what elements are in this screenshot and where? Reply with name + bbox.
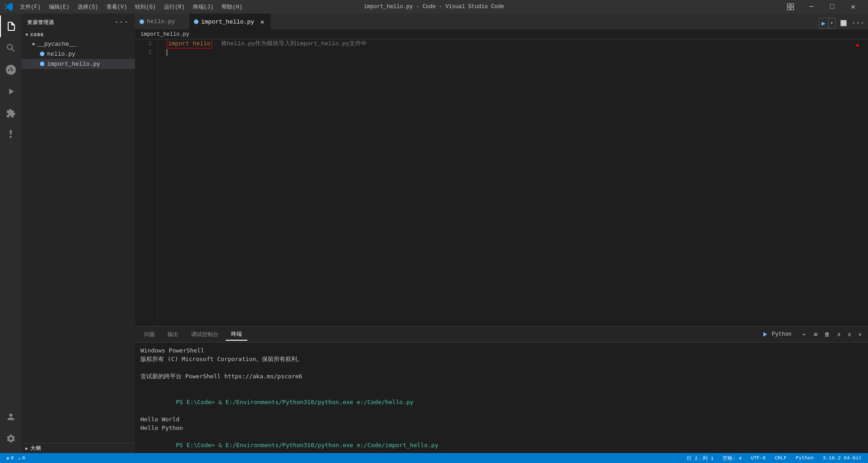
menu-terminal[interactable]: 终端(J) (189, 2, 217, 12)
tab-close-icon[interactable]: ✕ (259, 18, 266, 25)
activity-search-icon[interactable] (0, 37, 22, 59)
outline-title[interactable]: ▶ 大纲 (22, 444, 135, 453)
chevron-down-icon: ▼ (25, 33, 29, 38)
main-container: 资源管理器 ··· ▼ CODE ▶ __pycache__ hello.py … (0, 14, 868, 453)
chevron-right-icon: ▶ (33, 41, 35, 47)
editor-area: hello.py import_hello.py ✕ ▶ ▾ ··· i (135, 14, 868, 453)
svg-rect-2 (787, 7, 790, 10)
sidebar-more-icon[interactable]: ··· (113, 17, 130, 27)
tab-output[interactable]: 输出 (162, 329, 184, 340)
title-bar-left: 文件(F) 编辑(E) 选择(S) 查看(V) 转到(G) 运行(R) 终端(J… (5, 2, 246, 12)
terminal-panel: 问题 输出 调试控制台 终端 Python ＋ ⊞ 🗑 ∧ ∧ ✕ (135, 326, 868, 453)
terminal-collapse-icon[interactable]: ∧ (834, 330, 843, 339)
menu-help[interactable]: 帮助(H) (218, 2, 246, 12)
menu-goto[interactable]: 转到(G) (131, 2, 159, 12)
run-dropdown-arrow-icon[interactable]: ▾ (829, 19, 835, 27)
sidebar-header-icons[interactable]: ··· (113, 17, 130, 27)
tab-terminal[interactable]: 终端 (226, 328, 247, 341)
tab-import-hello-py[interactable]: import_hello.py ✕ (189, 14, 271, 29)
status-bar-left: ⊗ 0 ⚠ 0 (5, 453, 27, 463)
more-actions-icon[interactable]: ··· (852, 17, 864, 29)
tabs-bar: hello.py import_hello.py ✕ ▶ ▾ ··· (135, 14, 868, 29)
terminal-line-hello-python: Hello Python (140, 424, 863, 432)
status-errors[interactable]: ⊗ 0 ⚠ 0 (5, 453, 27, 463)
svg-rect-3 (791, 7, 794, 10)
terminal-close-icon[interactable]: ✕ (856, 330, 864, 339)
activity-settings-icon[interactable] (0, 428, 22, 449)
status-encoding[interactable]: UTF-8 (749, 453, 767, 463)
terminal-tabs-bar: 问题 输出 调试控制台 终端 Python ＋ ⊞ 🗑 ∧ ∧ ✕ (135, 327, 868, 342)
status-line-ending[interactable]: CRLF (773, 453, 788, 463)
menu-file[interactable]: 文件(F) (16, 2, 44, 12)
tab-hello-py[interactable]: hello.py (135, 14, 189, 29)
terminal-prompt: PS E:\Code> & E:/Environments/Python310/… (176, 399, 413, 405)
breadcrumb: import_hello.py (135, 29, 868, 39)
status-bar: ⊗ 0 ⚠ 0 行 2，列 1 空格: 4 UTF-8 CRLF Python … (0, 453, 868, 463)
code-comment: 将hello.py作为模块导入到import_hello.py文件中 (221, 39, 367, 48)
split-editor-icon[interactable] (837, 17, 850, 29)
status-python-version[interactable]: 3.10.2 64-bit (821, 453, 863, 463)
menu-bar[interactable]: 文件(F) 编辑(E) 选择(S) 查看(V) 转到(G) 运行(R) 终端(J… (16, 2, 246, 12)
file-dot-icon (40, 52, 44, 56)
warning-icon: ⚠ (18, 455, 21, 461)
terminal-line-prompt-1: PS E:\Code> & E:/Environments/Python310/… (140, 389, 863, 415)
terminal-maximize-icon[interactable]: ∧ (845, 330, 854, 339)
folder-item-label: __pycache__ (37, 41, 76, 48)
terminal-delete-icon[interactable]: 🗑 (822, 330, 833, 339)
activity-run-icon[interactable] (0, 81, 22, 102)
window-title: import_hello.py - Code - Visual Studio C… (364, 4, 504, 10)
menu-edit[interactable]: 编辑(E) (45, 2, 73, 12)
tab-label: hello.py (147, 18, 175, 25)
pycache-folder[interactable]: ▶ __pycache__ (22, 39, 135, 49)
line-number-1: 1 (135, 39, 152, 48)
run-play-icon[interactable]: ▶ (819, 19, 829, 28)
hello-py-file[interactable]: hello.py (22, 49, 135, 59)
outline-label: 大纲 (30, 445, 41, 452)
terminal-line: 尝试新的跨平台 PowerShell https://aka.ms/pscore… (140, 372, 863, 381)
menu-run[interactable]: 运行(R) (160, 2, 188, 12)
activity-account-icon[interactable] (0, 406, 22, 428)
run-dropdown-button[interactable]: ▶ ▾ (819, 18, 835, 29)
file-item-label: hello.py (47, 51, 75, 58)
layout-button[interactable] (780, 0, 801, 14)
vscode-logo-icon (5, 3, 13, 11)
activity-explorer-icon[interactable] (0, 15, 22, 37)
terminal-add-icon[interactable]: ＋ (799, 330, 810, 339)
status-spaces[interactable]: 空格: 4 (721, 453, 743, 463)
line-number-2: 2 (135, 48, 152, 57)
warning-count: 0 (22, 455, 25, 461)
terminal-prompt: PS E:\Code> & E:/Environments/Python310/… (176, 442, 438, 449)
file-dot-icon (194, 19, 198, 24)
tab-problems[interactable]: 问题 (139, 329, 160, 340)
close-button[interactable]: ✕ (843, 0, 863, 14)
activity-extensions-icon[interactable] (0, 102, 22, 124)
tab-debug-console[interactable]: 调试控制台 (186, 329, 224, 340)
code-content[interactable]: import hello 将hello.py作为模块导入到import_hell… (158, 39, 832, 326)
terminal-content[interactable]: Windows PowerShell 版权所有 (C) Microsoft Co… (135, 342, 868, 453)
activity-test-icon[interactable] (0, 124, 22, 146)
menu-view[interactable]: 查看(V) (103, 2, 131, 12)
maximize-button[interactable]: □ (822, 0, 843, 14)
file-dot-icon (140, 19, 144, 24)
window-controls[interactable]: ─ □ ✕ (780, 0, 863, 14)
minimap (832, 39, 868, 326)
error-indicator (856, 44, 859, 47)
terminal-split-icon[interactable]: ⊞ (811, 330, 820, 339)
activity-git-icon[interactable] (0, 59, 22, 81)
sidebar: 资源管理器 ··· ▼ CODE ▶ __pycache__ hello.py … (22, 14, 135, 453)
import-hello-py-file[interactable]: import_hello.py (22, 59, 135, 69)
terminal-python-label[interactable]: Python (759, 329, 797, 339)
file-item-label: import_hello.py (47, 61, 100, 68)
minimize-button[interactable]: ─ (801, 0, 822, 14)
code-line-1[interactable]: import hello 将hello.py作为模块导入到import_hell… (167, 39, 823, 48)
editor-body[interactable]: 1 2 import hello 将hello.py作为模块导入到import_… (135, 39, 868, 326)
status-language[interactable]: Python (794, 453, 816, 463)
file-dot-icon (40, 62, 44, 66)
folder-name-label: CODE (30, 32, 44, 38)
menu-select[interactable]: 选择(S) (74, 2, 102, 12)
activity-bar (0, 14, 22, 453)
code-line-2[interactable] (167, 48, 823, 57)
explorer-folder-title[interactable]: ▼ CODE (22, 31, 135, 39)
terminal-line-empty-2 (140, 381, 863, 389)
status-position[interactable]: 行 2，列 1 (685, 453, 715, 463)
